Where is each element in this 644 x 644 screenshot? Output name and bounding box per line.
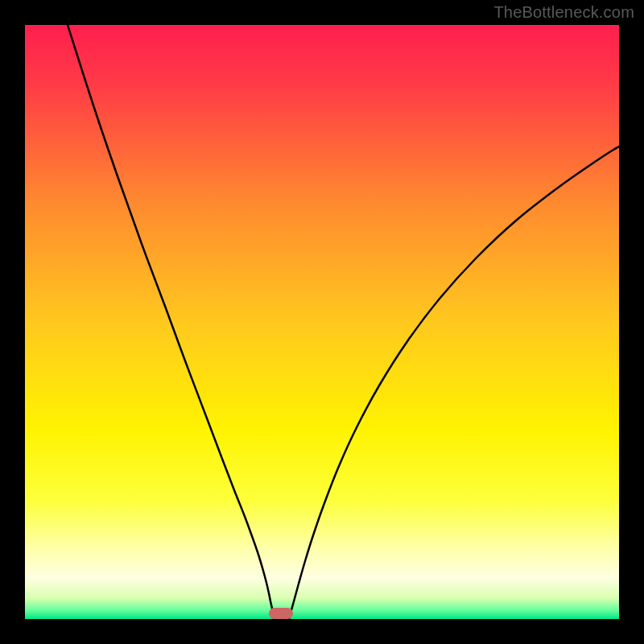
bottleneck-curve [25,25,619,619]
optimal-marker [269,608,293,619]
watermark-text: TheBottleneck.com [493,3,634,22]
plot-area [25,25,619,619]
